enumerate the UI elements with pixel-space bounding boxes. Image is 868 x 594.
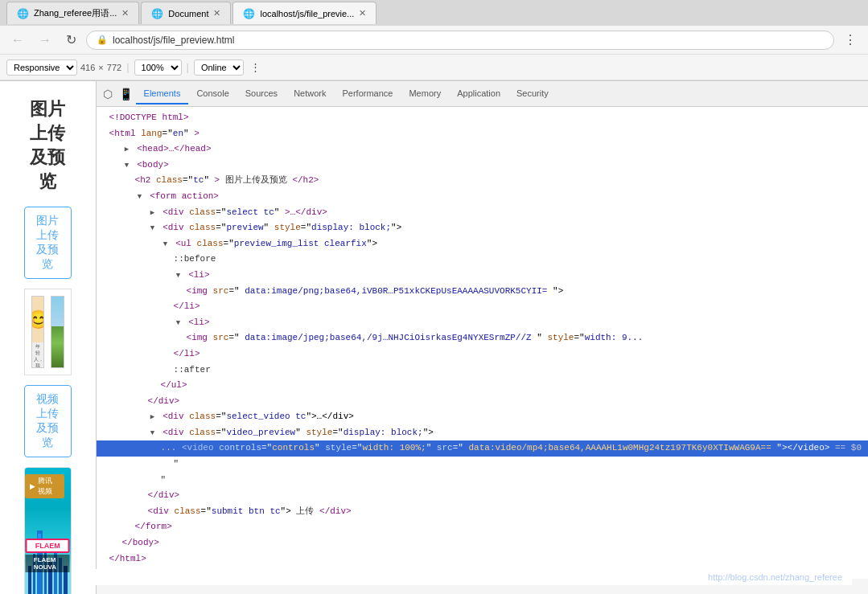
- body-open: <body>: [137, 160, 169, 170]
- eq11c: ": [295, 428, 306, 437]
- arrow-head[interactable]: ▶: [122, 144, 132, 155]
- flaem-nova: FLAEM NOUVA: [26, 555, 70, 572]
- html-line-3[interactable]: ▶ <head>…</head>: [97, 141, 868, 158]
- html-line-24[interactable]: ": [97, 473, 868, 489]
- tab-console[interactable]: Console: [188, 84, 237, 104]
- zoom-select[interactable]: 100%: [134, 59, 182, 76]
- eq12: =": [332, 428, 343, 437]
- tab-application[interactable]: Application: [449, 84, 508, 104]
- style-val: display: block;: [311, 223, 391, 232]
- div-video-preview-close: </div>: [148, 490, 180, 500]
- div-class-val2: preview: [226, 223, 263, 232]
- more-button[interactable]: ⋮: [839, 31, 862, 49]
- arrow-select-video[interactable]: ▶: [148, 412, 158, 423]
- quote1: ": [174, 459, 179, 469]
- devtools-content: <!DOCTYPE html> <html lang="en" > ▶ <hea…: [97, 107, 868, 579]
- forward-button[interactable]: →: [34, 31, 56, 49]
- html-line-18[interactable]: </ul>: [97, 378, 868, 394]
- arrow-select[interactable]: ▶: [148, 207, 158, 219]
- html-line-7[interactable]: ▶ <div class="select tc" >…</div>: [97, 205, 868, 221]
- html-line-28[interactable]: </body>: [97, 535, 868, 551]
- video-src-attr: src: [437, 443, 453, 453]
- html-line-27[interactable]: </form>: [97, 519, 868, 535]
- page-title: 图片上传及预览: [24, 97, 72, 194]
- sep-1: |: [126, 61, 129, 73]
- arrow-body[interactable]: ▼: [122, 160, 132, 171]
- eq5c: ">: [391, 223, 401, 232]
- tab-network[interactable]: Network: [286, 84, 334, 104]
- div-submit: <div: [148, 506, 175, 516]
- li2-close: </li>: [174, 349, 200, 358]
- arrow-ul[interactable]: ▼: [161, 239, 171, 250]
- html-line-17[interactable]: ::after: [97, 363, 868, 379]
- style-attr: style: [274, 223, 301, 232]
- arrow-preview[interactable]: ▼: [148, 223, 158, 234]
- html-line-26[interactable]: <div class="submit btn tc"> 上传 </div>: [97, 504, 868, 520]
- html-line-4[interactable]: ▼ <body>: [97, 158, 868, 174]
- html-line-22[interactable]: ... <video controls="controls" style="wi…: [97, 440, 868, 457]
- video-tag: <video: [182, 443, 219, 453]
- tab-elements[interactable]: Elements: [136, 84, 189, 104]
- h2-text: 图片上传及预览: [225, 175, 287, 185]
- tab-close-3[interactable]: ✕: [359, 8, 366, 18]
- address-bar[interactable]: 🔒 localhost/js/file_preview.html: [86, 31, 834, 50]
- html-line-5[interactable]: <h2 class="tc" > 图片上传及预览 </h2>: [97, 173, 868, 189]
- video-src-link[interactable]: data:video/mp4;base64,AAAAHL1w0MHg24tz19…: [468, 443, 771, 453]
- html-line-10[interactable]: ::before: [97, 252, 868, 268]
- eq15c: "></video>: [776, 443, 829, 453]
- online-select[interactable]: Online: [194, 59, 244, 76]
- html-line-29[interactable]: </html>: [97, 551, 868, 567]
- tab-close-1[interactable]: ✕: [121, 8, 129, 18]
- div-select-tc: <div: [162, 207, 189, 217]
- img2-src-link[interactable]: data:image/jpeg;base64,/9j…NHJCiOisrkasE…: [245, 333, 531, 342]
- arrow-li1[interactable]: ▼: [174, 270, 183, 281]
- tab-2[interactable]: 🌐 Document ✕: [141, 2, 231, 24]
- html-line-23[interactable]: ": [97, 457, 868, 473]
- tab-close-2[interactable]: ✕: [213, 8, 220, 18]
- html-line-20[interactable]: ▶ <div class="select_video tc">…</div>: [97, 409, 868, 425]
- tab-sources[interactable]: Sources: [237, 84, 286, 104]
- html-line-14[interactable]: ▼ <li>: [97, 315, 868, 331]
- doctype-tag: <!DOCTYPE html>: [109, 113, 189, 122]
- cursor-tool-icon[interactable]: ⬡: [100, 86, 116, 102]
- after-pseudo: ::after: [174, 365, 211, 375]
- grass-area: [51, 326, 63, 367]
- lock-icon: 🔒: [97, 35, 108, 45]
- html-line-9[interactable]: ▼ <ul class="preview_img_list clearfix">: [97, 236, 868, 252]
- tab-security[interactable]: Security: [508, 84, 557, 104]
- html-line-1[interactable]: <!DOCTYPE html>: [97, 110, 868, 126]
- html-line-16[interactable]: </li>: [97, 346, 868, 363]
- html-line-6[interactable]: ▼ <form action>: [97, 189, 868, 205]
- html-line-8[interactable]: ▼ <div class="preview" style="display: b…: [97, 220, 868, 236]
- tab-3[interactable]: 🌐 localhost/js/file_previe... ✕: [232, 2, 376, 24]
- html-line-2[interactable]: <html lang="en" >: [97, 126, 868, 142]
- html-line-11[interactable]: ▼ <li>: [97, 268, 868, 284]
- arrow-video-preview[interactable]: ▼: [148, 428, 158, 439]
- img1-src-link[interactable]: data:image/png;base64,iVB0R…P51xkCKEpUsE…: [245, 286, 547, 296]
- reload-button[interactable]: ↻: [61, 31, 81, 49]
- more-toolbar-btn[interactable]: ⋮: [247, 61, 264, 73]
- tab-memory[interactable]: Memory: [401, 84, 449, 104]
- responsive-select[interactable]: Responsive: [6, 59, 77, 76]
- back-button[interactable]: ←: [6, 31, 29, 49]
- tab-performance[interactable]: Performance: [334, 84, 401, 104]
- div-preview-close: </div>: [148, 396, 180, 406]
- eq6c: ">: [367, 239, 377, 248]
- eq12c: ">: [423, 428, 434, 437]
- html-line-19[interactable]: </div>: [97, 394, 868, 410]
- html-line-21[interactable]: ▼ <div class="video_preview" style="disp…: [97, 425, 868, 441]
- html-line-13[interactable]: </li>: [97, 299, 868, 315]
- form-open: <form action>: [150, 191, 219, 201]
- arrow-li2[interactable]: ▼: [174, 317, 183, 329]
- arrow-form[interactable]: ▼: [135, 191, 145, 203]
- html-line-12[interactable]: <img src=" data:image/png;base64,iVB0R…P…: [97, 284, 868, 300]
- html-line-25[interactable]: </div>: [97, 488, 868, 504]
- video-player-area: ▶ 腾讯视频: [24, 467, 72, 594]
- html-line-15[interactable]: <img src=" data:image/jpeg;base64,/9j…NH…: [97, 330, 868, 346]
- video-watermark: ▶ 腾讯视频: [25, 474, 64, 498]
- mobile-device-icon[interactable]: 📱: [116, 86, 136, 102]
- before-pseudo: ::before: [174, 254, 216, 264]
- tab-1[interactable]: 🌐 Zhang_referee用语... ✕: [6, 2, 139, 24]
- sep-2: |: [187, 61, 189, 73]
- eq3: =": [216, 207, 226, 217]
